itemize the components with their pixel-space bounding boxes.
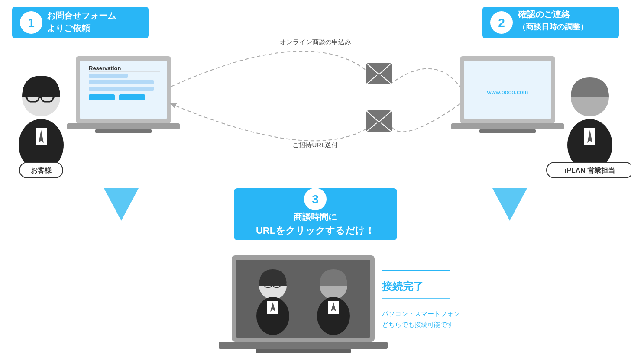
svg-text:URLをクリックするだけ！: URLをクリックするだけ！ (256, 225, 375, 236)
svg-line-48 (381, 123, 392, 132)
svg-marker-51 (104, 188, 139, 221)
svg-rect-72 (256, 349, 351, 353)
svg-rect-62 (273, 281, 281, 287)
svg-point-19 (567, 119, 612, 171)
svg-point-60 (259, 272, 287, 300)
svg-marker-66 (270, 302, 275, 312)
svg-rect-37 (95, 129, 152, 133)
svg-rect-14 (27, 93, 39, 102)
svg-text:iPLAN 営業担当: iPLAN 営業担当 (565, 166, 615, 174)
svg-rect-32 (89, 80, 154, 84)
svg-point-22 (571, 78, 609, 116)
svg-text:お問合せフォーム: お問合せフォーム (47, 11, 116, 20)
svg-rect-27 (76, 56, 171, 123)
svg-marker-52 (492, 188, 527, 221)
svg-text:Reservation: Reservation (89, 65, 121, 71)
svg-text:お客様: お客様 (31, 166, 52, 174)
svg-rect-69 (328, 301, 339, 314)
svg-rect-11 (36, 128, 47, 145)
svg-rect-33 (89, 87, 154, 91)
svg-rect-43 (366, 63, 392, 84)
svg-rect-23 (19, 162, 63, 178)
svg-rect-71 (219, 342, 388, 349)
svg-text:パソコン・スマートフォン: パソコン・スマートフォン (382, 310, 460, 317)
svg-line-45 (381, 75, 392, 84)
svg-text:オンライン商談の申込み: オンライン商談の申込み (280, 38, 351, 45)
svg-marker-12 (39, 130, 44, 143)
svg-text:確認のご連絡: 確認のご連絡 (518, 10, 570, 19)
svg-text:ご招待URL送付: ご招待URL送付 (292, 141, 338, 148)
svg-point-67 (320, 272, 347, 300)
svg-text:www.oooo.com: www.oooo.com (487, 89, 528, 96)
svg-marker-21 (587, 130, 592, 143)
svg-rect-15 (41, 93, 53, 102)
svg-rect-39 (464, 61, 551, 119)
svg-rect-25 (547, 162, 631, 178)
svg-rect-28 (80, 61, 167, 119)
svg-point-54 (304, 188, 327, 210)
svg-rect-38 (460, 56, 555, 123)
svg-line-17 (23, 96, 27, 97)
svg-line-47 (366, 123, 377, 132)
svg-rect-41 (451, 123, 564, 129)
svg-text:1: 1 (28, 16, 35, 29)
svg-text:よりご依頼: よりご依頼 (47, 23, 91, 33)
svg-point-68 (317, 297, 350, 335)
svg-point-6 (490, 11, 513, 34)
svg-rect-34 (89, 94, 115, 100)
svg-rect-58 (232, 255, 375, 342)
svg-rect-59 (236, 260, 370, 338)
svg-rect-65 (267, 301, 278, 314)
svg-text:商談時間に: 商談時間に (294, 212, 337, 222)
svg-marker-70 (331, 302, 336, 312)
svg-rect-31 (89, 74, 128, 78)
svg-text:接続完了: 接続完了 (382, 280, 424, 292)
svg-rect-0 (12, 7, 149, 38)
svg-text:2: 2 (498, 16, 505, 29)
svg-rect-36 (67, 123, 180, 129)
svg-rect-20 (584, 128, 595, 145)
svg-rect-5 (482, 7, 619, 38)
svg-point-1 (20, 11, 42, 34)
svg-rect-35 (119, 94, 145, 100)
svg-text:（商談日時の調整）: （商談日時の調整） (518, 22, 588, 31)
svg-rect-61 (264, 281, 272, 287)
svg-point-13 (22, 78, 60, 116)
svg-rect-46 (366, 110, 392, 132)
main-container: 1 お問合せフォーム よりご依頼 2 確認のご連絡 （商談日時の調整） (0, 0, 631, 364)
svg-point-64 (256, 297, 289, 335)
svg-text:どちらでも接続可能です: どちらでも接続可能です (382, 321, 453, 328)
svg-point-10 (19, 119, 64, 171)
svg-rect-53 (234, 188, 397, 240)
svg-line-44 (366, 75, 377, 84)
svg-text:3: 3 (312, 193, 319, 206)
svg-rect-42 (479, 129, 536, 133)
svg-line-18 (53, 96, 58, 97)
